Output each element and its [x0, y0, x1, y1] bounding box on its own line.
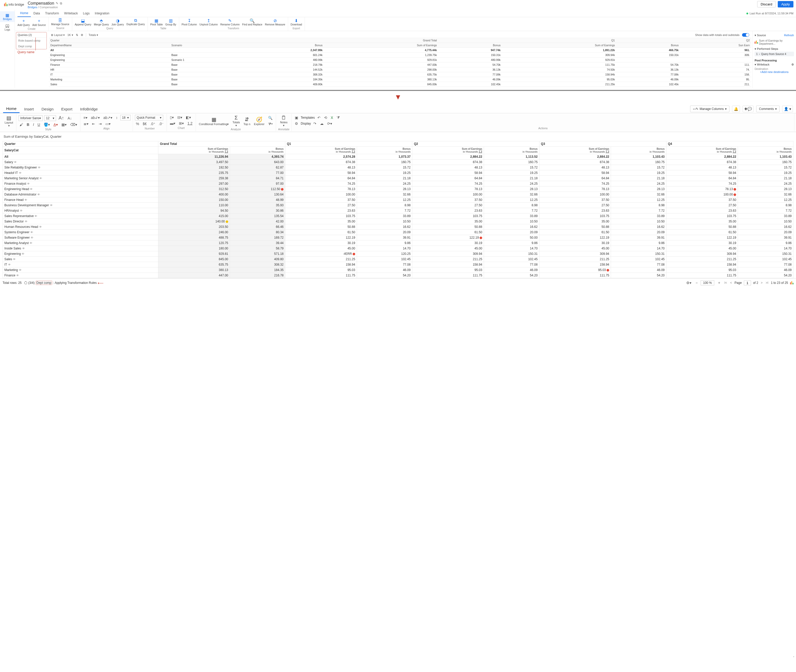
eye-icon[interactable]: 👁: [34, 214, 37, 218]
zoom-out-icon[interactable]: −: [695, 280, 698, 285]
btab-home[interactable]: Home: [3, 105, 19, 113]
gear-icon[interactable]: ⚙: [791, 63, 794, 66]
pivot-row[interactable]: Database Administrator 👁400.00130.64100.…: [3, 192, 793, 197]
pivot-row[interactable]: Human Resources Head 👁203.5066.4650.8816…: [3, 224, 793, 230]
btab-design[interactable]: Design: [39, 105, 57, 113]
eye-icon[interactable]: 👁: [30, 242, 32, 245]
append-query-button[interactable]: ⬓Append Query: [74, 18, 93, 26]
redo-icon[interactable]: ↷: [312, 121, 318, 126]
percent-icon[interactable]: %: [135, 121, 140, 126]
eye-icon[interactable]: 👁: [13, 258, 16, 261]
templates-icon[interactable]: ▣: [294, 115, 299, 120]
eye-icon[interactable]: 👁: [50, 204, 53, 207]
decrease-font-icon[interactable]: A↓: [67, 115, 73, 121]
pivot-row[interactable]: Salary 👁3,497.50643.00874.38160.75874.38…: [3, 160, 793, 165]
join-query-button[interactable]: ◑Join Query: [111, 18, 125, 26]
tab-home[interactable]: Home: [18, 10, 31, 17]
columns-icon[interactable]: ⚙: [81, 34, 83, 37]
wrap-icon[interactable]: ab↲▾: [90, 115, 101, 120]
pivot-row[interactable]: Sales 👁845.00409.80211.25102.45211.25102…: [3, 257, 793, 262]
layout-dropdown[interactable]: ≣ Layout ▾: [51, 34, 65, 37]
pivot-row[interactable]: Sales Representative 👁415.00135.54103.75…: [3, 213, 793, 219]
orientation-icon[interactable]: ab↗▾: [102, 115, 113, 120]
tab-logs[interactable]: Logs: [80, 10, 92, 17]
find-replace-button[interactable]: 🔍Find and Replace: [241, 18, 263, 26]
btab-export[interactable]: Export: [58, 105, 75, 113]
chart-scale-icon[interactable]: ⊞▾: [178, 121, 185, 126]
tab-transform[interactable]: Transform: [42, 10, 61, 17]
tab-integration[interactable]: Integration: [92, 10, 112, 17]
page-input[interactable]: [744, 280, 751, 285]
rail-logs[interactable]: 🕮Logs: [0, 22, 14, 33]
query-item-0[interactable]: Role-based comp: [16, 38, 47, 43]
bell-icon[interactable]: 🔔: [732, 106, 740, 112]
add-destination-link[interactable]: +Add new destinations: [754, 70, 794, 74]
pivot-row[interactable]: Finance Head 👁150.0048.9937.5012.2537.50…: [3, 197, 793, 203]
rail-bridges[interactable]: ▦Bridges: [0, 11, 14, 22]
copy-icon[interactable]: ⧉: [60, 2, 62, 5]
grid-row[interactable]: EngineeringScenario 1480.99k929.81k480.9…: [49, 58, 751, 62]
eye-icon[interactable]: 👁: [39, 177, 42, 180]
eye-icon[interactable]: 👁: [24, 198, 27, 202]
btab-insert[interactable]: Insert: [21, 105, 37, 113]
eye-icon[interactable]: 👁: [37, 193, 40, 196]
pivot-row[interactable]: Inside Sales 👁180.0058.7945.0014.7045.00…: [3, 246, 793, 251]
eye-icon[interactable]: 👁: [39, 225, 42, 228]
totals-button[interactable]: ΣTotals▾: [231, 115, 241, 127]
footer-logo-icon[interactable]: [790, 281, 793, 284]
layout-button[interactable]: ▤Layout▾: [3, 115, 14, 127]
pivot-row[interactable]: HRAnalyst 👁94.5030.8623.637.7223.637.722…: [3, 208, 793, 213]
underline-icon[interactable]: U: [37, 122, 41, 127]
eye-icon[interactable]: 👁: [27, 182, 30, 185]
rowlimit-dropdown[interactable]: 1K ▾: [67, 34, 73, 37]
pivot-row[interactable]: Software Engineer 👁488.75169.72122.1939.…: [3, 235, 793, 240]
eye-icon[interactable]: 👁: [30, 231, 33, 234]
last-page-icon[interactable]: >I: [765, 281, 769, 285]
discard-button[interactable]: Discard: [757, 1, 775, 8]
unpivot-column-button[interactable]: ↥Unpivot Column: [198, 18, 219, 26]
refresh-link[interactable]: Refresh: [784, 34, 794, 37]
grid-row[interactable]: EngineeringBase601.24k1,239.75k150.31k30…: [49, 53, 751, 58]
zoom-in-icon[interactable]: ＋: [716, 280, 722, 286]
eye-icon[interactable]: 👁: [16, 274, 19, 277]
user-icon[interactable]: 👤 ▾: [782, 106, 793, 112]
pivot-row[interactable]: Business Development Manager 👁110.0035.9…: [3, 203, 793, 208]
display-icon[interactable]: ⚙: [294, 121, 299, 126]
chart-axis-icon[interactable]: ⊟▾: [177, 115, 183, 120]
duplicate-query-button[interactable]: ⧉Duplicate Query: [125, 18, 146, 26]
prev-page-icon[interactable]: <: [730, 281, 732, 285]
grid-row[interactable]: All2,347.99k4,775.44k947.74k1,891.22k466…: [49, 48, 751, 53]
filter-icon[interactable]: ⧩▾: [267, 121, 274, 126]
italic-icon[interactable]: I: [32, 122, 35, 127]
pivot-table-button[interactable]: ▦Pivot Table: [149, 18, 164, 26]
decrease-decimal-icon[interactable]: .0⁻: [158, 121, 165, 126]
eye-icon[interactable]: 👁: [22, 252, 24, 255]
font-color-icon[interactable]: A▾: [53, 122, 59, 127]
grid-row[interactable]: SalesBase409.80k845.00k102.45k211.25k102…: [49, 82, 751, 87]
pivot-row[interactable]: Marketing Senior Analyst 👁259.3884.7164.…: [3, 176, 793, 181]
reset-icon[interactable]: ⟲: [323, 115, 328, 120]
grid-row[interactable]: FinanceBase218.78k447.00k54.70k111.75k54…: [49, 62, 751, 67]
eye-icon[interactable]: 👁: [19, 171, 22, 174]
font-select[interactable]: Inforiver Sans▾: [19, 115, 43, 121]
bold-icon[interactable]: B: [26, 122, 30, 127]
remove-measure-button[interactable]: ⊘Remove Measure: [264, 18, 286, 26]
size-select[interactable]: 12▾: [44, 115, 56, 121]
eye-icon[interactable]: 👁: [8, 263, 11, 266]
add-query-button[interactable]: ＋Add Query: [16, 18, 31, 27]
pivot-row[interactable]: Systems Engineer 👁246.0080.3461.5020.096…: [3, 230, 793, 235]
pivot-row[interactable]: Sales Director 👁140.0042.0035.0010.5035.…: [3, 219, 793, 224]
apply-button[interactable]: Apply: [778, 1, 793, 8]
currency-icon[interactable]: $€: [141, 121, 148, 126]
pivot-all-row[interactable]: All 11,226.944,393.742,574.281,073.372,8…: [3, 154, 793, 160]
conditional-formatting-button[interactable]: ▦Conditional Formatting▾: [198, 116, 230, 126]
chart-color-icon[interactable]: ◧▾: [185, 115, 192, 120]
totals-dropdown[interactable]: Totals ▾: [89, 34, 98, 37]
filter2-icon[interactable]: ⧩: [336, 115, 341, 120]
manage-source-button[interactable]: 🗄Manage Source: [50, 18, 71, 26]
quick-format-select[interactable]: Quick Format▾: [135, 115, 163, 120]
chart-bullet-icon[interactable]: ▬▾: [169, 121, 177, 126]
download-button[interactable]: ⬇Download: [290, 18, 303, 26]
eye-icon[interactable]: 👁: [14, 160, 17, 164]
pivot-row[interactable]: Headof IT 👁235.7577.0058.9419.2558.9419.…: [3, 170, 793, 176]
